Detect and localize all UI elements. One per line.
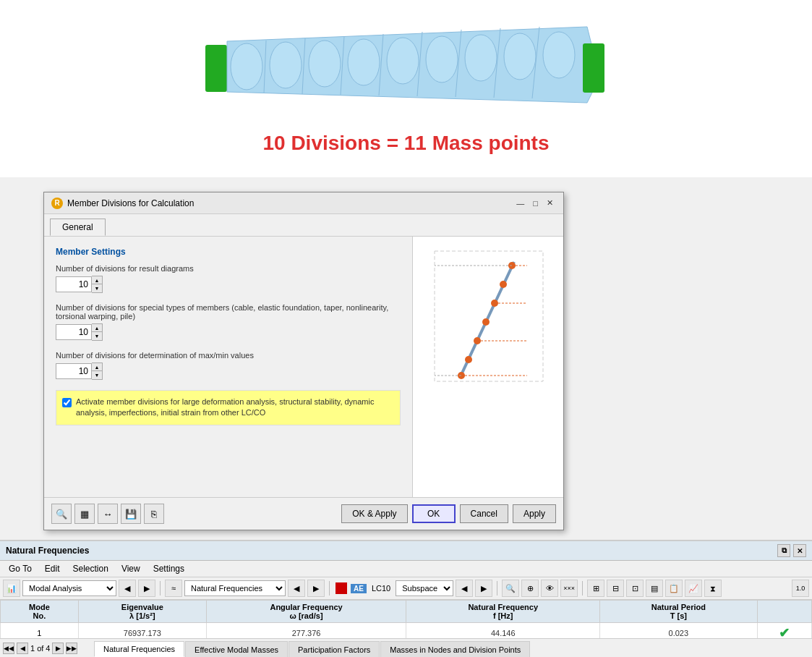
tab-effective-modal[interactable]: Effective Modal Masses [185, 641, 288, 657]
window-btn[interactable]: ⊡ [626, 580, 644, 597]
maximize-button[interactable]: □ [530, 198, 541, 208]
menu-goto[interactable]: Go To [3, 562, 38, 575]
dialog-tabs: General [44, 214, 563, 237]
svg-point-23 [500, 281, 507, 288]
beam-svg [204, 23, 609, 117]
minimize-button[interactable]: — [513, 198, 527, 208]
data-table: ModeNo. Eigenvalueλ [1/s²] Angular Frequ… [0, 600, 812, 644]
activate-checkbox[interactable] [62, 398, 72, 407]
separator3 [497, 581, 497, 595]
prev-freq-btn[interactable]: ◀ [288, 580, 305, 597]
ok-button[interactable]: OK [412, 504, 456, 523]
first-page-btn[interactable]: ◀◀ [3, 643, 14, 654]
tab-masses-nodes[interactable]: Masses in Nodes and Division Points [380, 641, 530, 657]
prev-page-btn[interactable]: ◀ [17, 643, 28, 654]
col-check-header [757, 601, 812, 623]
field1-down[interactable]: ▼ [92, 284, 102, 292]
ae-badge: AE [351, 584, 367, 593]
svg-point-16 [465, 35, 497, 81]
field2-input[interactable] [56, 324, 92, 340]
arrows-tool-button[interactable]: ↔ [98, 504, 118, 524]
subspace-dropdown[interactable]: Subspace [396, 580, 453, 596]
field2-arrows: ▲ ▼ [92, 323, 103, 341]
restore-icon[interactable]: ⧉ [777, 544, 790, 557]
grid-btn[interactable]: ⊞ [587, 580, 604, 597]
field1-input[interactable] [56, 276, 92, 292]
prev-dropdown-btn[interactable]: ◀ [119, 580, 136, 597]
dialog-controls[interactable]: — □ ✕ [513, 198, 556, 208]
freq-icon[interactable]: ≈ [165, 580, 182, 597]
prev-subspace-btn[interactable]: ◀ [456, 580, 473, 597]
funnel-btn[interactable]: ⧗ [704, 580, 722, 597]
field1-up[interactable]: ▲ [92, 276, 102, 284]
field2-down[interactable]: ▼ [92, 332, 102, 340]
col-period-header: Natural PeriodT [s] [600, 601, 757, 623]
field3-label: Number of divisions for determination of… [56, 351, 401, 360]
filter-btn[interactable]: ▤ [646, 580, 663, 597]
menu-selection[interactable]: Selection [67, 562, 114, 575]
pin-btn[interactable]: 1.0 [792, 580, 809, 597]
export-btn[interactable]: ⊟ [607, 580, 624, 597]
zoom-btn[interactable]: 🔍 [502, 580, 519, 597]
last-page-btn[interactable]: ▶▶ [66, 643, 77, 654]
results-icon[interactable]: 📊 [3, 580, 20, 597]
zoom2-btn[interactable]: ⊕ [521, 580, 539, 597]
eye-btn[interactable]: 👁 [541, 580, 558, 597]
next-subspace-btn[interactable]: ▶ [475, 580, 492, 597]
separator2 [329, 581, 330, 595]
modal-analysis-dropdown[interactable]: Modal Analysis [22, 580, 116, 596]
dialog: R Member Divisions for Calculation — □ ✕… [43, 192, 564, 530]
col-eigenvalue-header: Eigenvalueλ [1/s²] [78, 601, 206, 623]
page-current: 1 [30, 644, 35, 653]
tab-natural-freq[interactable]: Natural Frequencies [94, 641, 184, 657]
close-panel-icon[interactable]: ✕ [793, 544, 806, 557]
menu-settings[interactable]: Settings [148, 562, 190, 575]
footer-actions: OK & Apply OK Cancel Apply [341, 504, 556, 523]
save-tool-button[interactable]: 💾 [121, 504, 141, 524]
apply-button[interactable]: Apply [513, 504, 556, 523]
table-container: ModeNo. Eigenvalueλ [1/s²] Angular Frequ… [0, 600, 812, 644]
svg-point-18 [543, 32, 575, 78]
red-indicator [336, 582, 347, 594]
chart-btn[interactable]: 📈 [685, 580, 702, 597]
cancel-button[interactable]: Cancel [460, 504, 508, 523]
svg-point-11 [270, 42, 302, 88]
table-btn[interactable]: 📋 [665, 580, 683, 597]
field3-down[interactable]: ▼ [92, 371, 102, 379]
divisions-label: 10 Divisions = 11 Mass points [262, 132, 549, 155]
next-page-btn[interactable]: ▶ [52, 643, 64, 654]
field1-label: Number of divisions for result diagrams [56, 264, 401, 273]
checkbox-label: Activate member divisions for large defo… [76, 397, 394, 419]
field2-up[interactable]: ▲ [92, 324, 102, 332]
copy-tool-button[interactable]: ⎘ [144, 504, 164, 524]
menu-edit[interactable]: Edit [39, 562, 66, 575]
svg-point-15 [426, 36, 458, 82]
xxx-btn[interactable]: ××× [560, 580, 578, 597]
ok-apply-button[interactable]: OK & Apply [341, 504, 407, 523]
svg-point-12 [309, 41, 341, 87]
field3-input[interactable] [56, 363, 92, 379]
footer-toolbar: 🔍 ▦ ↔ 💾 ⎘ [51, 504, 164, 524]
dialog-left-panel: Member Settings Number of divisions for … [44, 237, 413, 497]
bottom-menubar: Go To Edit Selection View Settings [0, 561, 812, 577]
dialog-titlebar: R Member Divisions for Calculation — □ ✕ [44, 192, 563, 214]
natural-freq-dropdown[interactable]: Natural Frequencies [184, 580, 286, 596]
field2-label: Number of divisions for special types of… [56, 303, 401, 321]
next-freq-btn[interactable]: ▶ [307, 580, 325, 597]
member-settings-title: Member Settings [56, 247, 401, 257]
beam-container [204, 23, 609, 117]
next-dropdown-btn[interactable]: ▶ [138, 580, 155, 597]
tab-general[interactable]: General [50, 219, 106, 236]
menu-view[interactable]: View [116, 562, 146, 575]
field3-up[interactable]: ▲ [92, 363, 102, 371]
grid-tool-button[interactable]: ▦ [74, 504, 95, 524]
close-button[interactable]: ✕ [544, 198, 556, 208]
field1-arrows: ▲ ▼ [92, 276, 103, 293]
canvas-area: 10 Divisions = 11 Mass points [0, 0, 812, 177]
search-tool-button[interactable]: 🔍 [51, 504, 72, 524]
svg-rect-19 [583, 43, 604, 93]
dialog-title-left: R Member Divisions for Calculation [51, 198, 194, 209]
field3-spinner: ▲ ▼ [56, 363, 401, 380]
dialog-title-text: Member Divisions for Calculation [67, 198, 194, 208]
tab-participation[interactable]: Participation Factors [289, 641, 380, 657]
